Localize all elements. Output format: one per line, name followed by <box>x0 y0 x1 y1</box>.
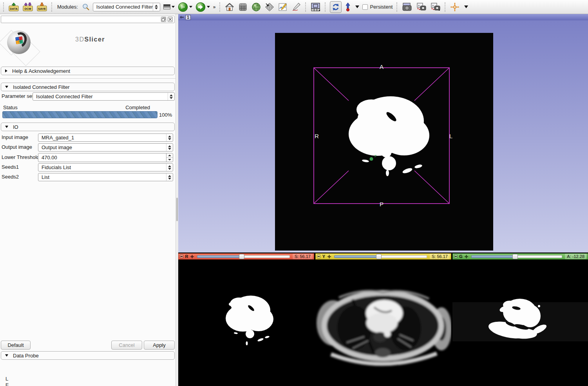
red-slice-slider-handle[interactable] <box>239 254 244 259</box>
place-fiducial-button[interactable] <box>345 2 351 12</box>
seeds1-spinner[interactable] <box>166 164 173 171</box>
lower-threshold-spinbox[interactable]: 470.00 <box>38 153 173 162</box>
load-data-button[interactable]: DATA <box>8 2 19 13</box>
toolbar-handle <box>3 2 4 12</box>
scene-view-capture-button[interactable] <box>416 2 427 12</box>
slicer-logo-text: 3DSlicer <box>75 36 105 43</box>
view-pin-button[interactable] <box>180 16 184 19</box>
lower-threshold-label: Lower Threshold <box>2 153 40 161</box>
layout-selector-button[interactable] <box>310 2 321 12</box>
toolbar-overflow-chevron[interactable]: » <box>213 4 216 10</box>
module-section-header[interactable]: Isolated Connected Filter <box>1 83 175 91</box>
module-forward-button[interactable] <box>195 2 210 12</box>
red-bar-collapse-button[interactable] <box>180 254 183 258</box>
crop-volume-icon[interactable] <box>264 2 275 12</box>
output-image-spinner[interactable] <box>166 144 173 151</box>
apply-button[interactable]: Apply <box>144 341 175 350</box>
yellow-slice-offset: S: 56.17 <box>430 254 450 259</box>
data-icon-label: DATA <box>10 7 18 11</box>
chevron-down-icon <box>189 6 192 8</box>
yellow-slice-viewport[interactable] <box>315 260 451 386</box>
view-tab-1[interactable]: 1 <box>185 15 191 20</box>
yellow-bar-collapse-button[interactable] <box>317 254 320 258</box>
module-selector-value: Isolated Connected Filter <box>93 4 153 10</box>
yellow-slice-slider[interactable] <box>334 255 427 258</box>
threed-view-header: 1 <box>178 14 588 20</box>
parameter-set-combobox[interactable]: Isolated Connected Filter <box>33 92 175 101</box>
close-panel-button[interactable] <box>168 17 173 22</box>
input-image-label: Input image <box>2 133 28 141</box>
red-slice-offset: S: 56.17 <box>293 254 313 259</box>
orientation-anterior: A <box>380 63 384 70</box>
parameter-set-spinner[interactable] <box>168 93 174 100</box>
seeds1-value: Fiducials List <box>38 164 166 170</box>
transform-mode-button[interactable] <box>330 1 342 13</box>
panel-scrollbar[interactable] <box>175 14 178 386</box>
help-acknowledgement-section[interactable]: Help & Acknowledgement <box>1 67 175 75</box>
fiducial-dot <box>347 8 349 11</box>
threed-viewport[interactable]: F A P R L <box>178 20 588 253</box>
panel-scrollbar-thumb[interactable] <box>176 198 178 221</box>
module-back-button[interactable] <box>178 2 192 12</box>
panel-separator <box>0 78 175 79</box>
status-state: Completed <box>125 105 150 110</box>
plot-editor-icon[interactable] <box>278 2 288 12</box>
crosshair-button[interactable] <box>450 2 460 12</box>
scene-view-restore-button[interactable] <box>430 2 441 12</box>
green-slice-viewport[interactable] <box>452 260 588 386</box>
io-section-header[interactable]: IO <box>1 123 175 131</box>
volume-sphere-icon[interactable] <box>251 2 261 12</box>
seeds2-combobox[interactable]: List <box>38 173 173 181</box>
undock-panel-button[interactable] <box>161 17 166 22</box>
red-slice-menu-icon[interactable] <box>190 254 194 259</box>
default-button[interactable]: Default <box>1 341 31 350</box>
orientation-posterior: P <box>380 201 384 207</box>
green-slice-offset: A: -12.28 <box>565 254 586 259</box>
output-image-value: Output image <box>38 144 166 150</box>
yellow-slice-menu-icon[interactable] <box>327 254 331 259</box>
output-image-combobox[interactable]: Output image <box>38 143 173 152</box>
module-search-icon[interactable] <box>82 3 90 11</box>
place-mode-dropdown[interactable] <box>355 5 359 8</box>
red-slice-viewport[interactable] <box>178 260 313 386</box>
slice-views-row: R S: 56.17 Y S: 56.17 <box>178 253 588 386</box>
persistent-toggle[interactable]: Persistent <box>362 4 393 10</box>
input-image-spinner[interactable] <box>166 134 173 141</box>
toolbar-separator <box>219 2 221 12</box>
seeds2-spinner[interactable] <box>166 173 173 181</box>
red-slice-slider[interactable] <box>197 255 290 258</box>
green-slice-segmentation <box>452 260 588 386</box>
red-slice-letter: R <box>185 254 189 259</box>
home-module-button[interactable] <box>224 2 235 12</box>
save-button[interactable]: SAVE <box>36 2 47 13</box>
crosshair-dropdown[interactable] <box>464 5 468 8</box>
roi-corner-handles <box>314 68 449 203</box>
annotation-pencil-icon[interactable] <box>291 2 301 12</box>
green-bar-collapse-button[interactable] <box>454 254 458 258</box>
module-selector-spinner[interactable] <box>153 3 160 11</box>
extensions-cube-icon[interactable] <box>238 2 248 12</box>
cancel-button[interactable]: Cancel <box>111 341 142 350</box>
green-slice-slider[interactable] <box>471 255 562 258</box>
up-arrow-icon <box>346 3 350 8</box>
data-probe-section-header[interactable]: Data Probe <box>1 351 175 360</box>
input-image-combobox[interactable]: MRA_gated_1 <box>38 133 173 142</box>
expanded-arrow-icon <box>5 354 8 357</box>
green-slice-menu-icon[interactable] <box>464 254 469 259</box>
parameter-set-label: Parameter set: <box>2 92 35 100</box>
roi-bounding-box[interactable]: A P R L <box>313 67 450 204</box>
red-slice-segmentation <box>178 260 313 386</box>
main-toolbar: DATA DCM SAVE Modules: <box>0 0 588 14</box>
lower-threshold-spinner[interactable] <box>166 153 173 162</box>
module-history-icon[interactable] <box>163 4 175 9</box>
green-slice-slider-handle[interactable] <box>512 254 518 259</box>
volume-render-plane: F A P R L <box>275 33 493 251</box>
seeds1-combobox[interactable]: Fiducials List <box>38 163 173 171</box>
screenshot-button[interactable] <box>402 2 413 12</box>
module-section-label: Isolated Connected Filter <box>13 84 70 90</box>
yellow-slice-slider-handle[interactable] <box>376 254 382 259</box>
dicom-button[interactable]: DCM <box>22 2 33 13</box>
module-selector-combobox[interactable]: Isolated Connected Filter <box>93 3 160 11</box>
persistent-checkbox[interactable] <box>362 4 368 10</box>
toolbar-separator <box>305 2 306 12</box>
